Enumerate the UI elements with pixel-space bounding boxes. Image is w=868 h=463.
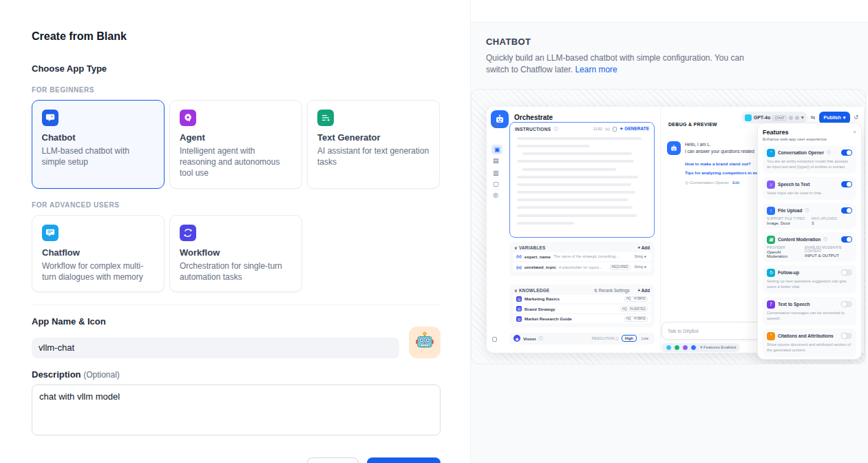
text-to-speech-icon: T bbox=[767, 300, 775, 309]
follow-up-icon: ↻ bbox=[767, 269, 775, 277]
feature-toggle bbox=[841, 236, 852, 243]
edit-link: Edit bbox=[732, 181, 739, 185]
card-title: Text Generator bbox=[317, 132, 430, 143]
speech-feature-icon bbox=[682, 344, 688, 351]
document-icon: ▤ bbox=[516, 296, 522, 302]
vision-setting-row: ◉ Vision ⓘ RESOLUTION ⓘ High Low bbox=[509, 333, 655, 344]
app-name-input[interactable] bbox=[32, 338, 399, 358]
right-top-strip bbox=[471, 0, 868, 23]
app-type-card-agent[interactable]: Agent Intelligent agent with reasoning a… bbox=[169, 100, 302, 189]
info-icon: ⓘ bbox=[827, 150, 831, 155]
feature-toggle bbox=[841, 181, 852, 187]
chat-bubble-icon bbox=[42, 110, 59, 126]
card-desc: AI assistant for text generation tasks bbox=[317, 145, 430, 167]
upload-feature-icon bbox=[690, 344, 697, 351]
moderation-feature-icon bbox=[674, 344, 680, 351]
selected-type-description: Quickly build an LLM-based chatbot with … bbox=[486, 52, 761, 76]
bot-avatar-icon bbox=[667, 141, 681, 155]
variable-icon: {x} bbox=[516, 254, 522, 258]
learn-more-link[interactable]: Learn more bbox=[575, 65, 617, 74]
conversation-opener-icon: “ bbox=[767, 149, 775, 157]
required-badge: REQUIRED bbox=[610, 265, 631, 270]
info-icon: ⓘ bbox=[553, 126, 558, 132]
feature-conversation-opener: “ Conversation Opener ⓘ You are an entit… bbox=[763, 145, 856, 174]
robot-emoji-icon bbox=[414, 331, 435, 354]
document-icon: ▤ bbox=[516, 306, 522, 311]
app-type-card-chatbot[interactable]: Chatbot LLM-based chatbot with simple se… bbox=[32, 100, 165, 189]
create-app-modal: Create from Blank Choose App Type FOR BE… bbox=[0, 0, 868, 463]
advanced-cards-row: Chatflow Workflow for complex multi-turn… bbox=[32, 215, 441, 292]
card-title: Chatflow bbox=[42, 247, 154, 258]
feature-toggle bbox=[841, 269, 852, 276]
knowledge-row: ▤ Brand Strategy HQ · INVERTED bbox=[513, 305, 651, 313]
variable-row: {x} unrelated_topic A placeholder for to… bbox=[513, 263, 651, 271]
preview-rail-icon: ▥ bbox=[493, 170, 499, 176]
create-from-blank-panel: Create from Blank Choose App Type FOR BE… bbox=[0, 0, 470, 463]
feature-content-moderation: ▣ Content Moderation ⓘ PROVIDEROpenAI Mo… bbox=[763, 232, 856, 262]
app-icon-picker[interactable] bbox=[409, 327, 441, 358]
conversation-opener-row: ◎ Conversation OpenerEdit bbox=[685, 180, 739, 185]
card-desc: Workflow for complex multi-turn dialogue… bbox=[42, 260, 154, 282]
workflow-icon bbox=[180, 225, 196, 241]
info-icon: ⓘ bbox=[538, 336, 542, 342]
close-icon: × bbox=[853, 129, 856, 135]
optional-hint: (Optional) bbox=[83, 370, 120, 380]
app-type-card-chatflow[interactable]: Chatflow Workflow for complex multi-turn… bbox=[32, 215, 165, 292]
description-label: Description (Optional) bbox=[32, 369, 441, 380]
features-panel: Features × Enhance web-app user experien… bbox=[757, 123, 862, 360]
add-knowledge-button: + Add bbox=[638, 288, 650, 293]
preview-title: Orchestrate bbox=[514, 114, 553, 121]
content-moderation-icon: ▣ bbox=[767, 236, 775, 244]
description-textarea[interactable]: chat with vllm model bbox=[32, 384, 441, 435]
modal-footer: No ideas? Check out our templates→ Cance… bbox=[32, 457, 441, 463]
preview-rail-icon: ▤ bbox=[493, 158, 499, 164]
variables-section: ∨ VARIABLES + Add {x} expert_name The na… bbox=[509, 242, 655, 276]
text-generator-icon bbox=[317, 110, 334, 126]
placeholder-text-lines bbox=[510, 134, 654, 232]
char-count: 2192 bbox=[593, 127, 602, 131]
card-title: Chatbot bbox=[42, 132, 155, 143]
card-desc: Intelligent agent with reasoning and aut… bbox=[180, 145, 292, 179]
app-type-card-workflow[interactable]: Workflow Orchestration for single-turn a… bbox=[169, 215, 302, 292]
file-upload-icon: ↑ bbox=[767, 207, 775, 215]
feature-speech-to-text: ♪ Speech to Text Voice input can be used… bbox=[763, 177, 856, 200]
variable-row: {x} expert_name The name of the strategi… bbox=[513, 252, 651, 261]
for-advanced-users-label: FOR ADVANCED USERS bbox=[32, 201, 441, 209]
feature-citations: ” Citations and Attributions Show source… bbox=[763, 329, 856, 357]
app-name-row bbox=[32, 327, 441, 358]
add-variable-button: + Add bbox=[638, 245, 650, 250]
document-icon: ▤ bbox=[516, 316, 522, 322]
copy-icon bbox=[613, 127, 617, 132]
collapse-icon bbox=[492, 337, 497, 342]
knowledge-row: ▤ Market Research Guide HQ · HYBRID bbox=[513, 315, 651, 323]
feature-file-upload: ↑ File Upload ⓘ SUPPORT FILE TYPESImage,… bbox=[763, 203, 856, 229]
app-type-card-text-generator[interactable]: Text Generator AI assistant for text gen… bbox=[307, 100, 440, 189]
feature-toggle bbox=[841, 150, 852, 156]
variable-icon: {x} bbox=[516, 265, 522, 269]
citations-icon: ” bbox=[767, 332, 775, 340]
page-title: Create from Blank bbox=[32, 30, 441, 43]
knowledge-row: ▤ Marketing Basics HQ · HYBRID bbox=[513, 295, 651, 303]
orchestrate-tab-icon: ▣ bbox=[491, 145, 502, 154]
create-button[interactable]: Create ⌘ ↵ bbox=[367, 457, 441, 463]
speech-to-text-icon: ♪ bbox=[767, 181, 775, 189]
cancel-button[interactable]: Cancel bbox=[307, 457, 359, 463]
feature-follow-up: ↻ Follow-up Setting up next questions su… bbox=[763, 265, 856, 294]
feature-toggle bbox=[841, 333, 852, 339]
card-desc: Orchestration for single-turn automation… bbox=[180, 260, 292, 282]
knowledge-section: ∨ KNOWLEDGE ⇅ Rerank Settings + Add ▤ Ma… bbox=[509, 285, 655, 328]
instructions-panel: INSTRUCTIONS ⓘ 2192 {x} ✦ GENERATE bbox=[509, 122, 655, 238]
preview-rail-icon: ◎ bbox=[493, 192, 498, 198]
card-title: Agent bbox=[180, 132, 292, 143]
section-divider bbox=[32, 305, 441, 305]
info-icon: ⓘ bbox=[805, 208, 809, 213]
right-body: CHATBOT Quickly build an LLM-based chatb… bbox=[471, 23, 868, 463]
resolution-high-option: High bbox=[622, 335, 637, 342]
features-enabled-row: 4 Features Enabled bbox=[661, 343, 740, 352]
beginner-cards-row: Chatbot LLM-based chatbot with simple se… bbox=[32, 100, 441, 189]
variable-icon: {x} bbox=[605, 127, 610, 131]
feature-toggle bbox=[841, 207, 852, 214]
card-desc: LLM-based chatbot with simple setup bbox=[42, 145, 155, 167]
agent-icon bbox=[180, 110, 196, 126]
rerank-settings-button: ⇅ Rerank Settings bbox=[594, 288, 630, 293]
